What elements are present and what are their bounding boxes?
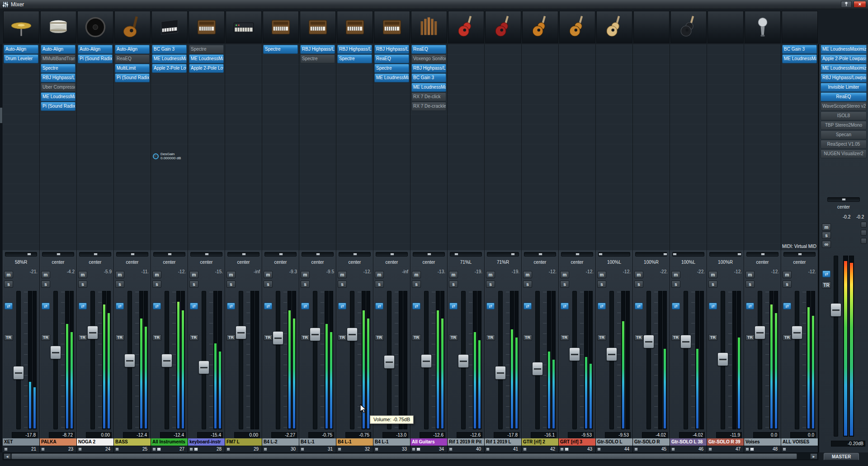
pan-handle[interactable]	[538, 253, 542, 256]
pan-handle[interactable]	[576, 253, 580, 256]
track-icon-tile[interactable]	[670, 11, 707, 43]
meter-option-button[interactable]	[861, 230, 867, 236]
track-name[interactable]: Rif 1 2019 L	[485, 438, 522, 446]
io-button[interactable]: ⇄	[190, 303, 198, 309]
track-number-cell[interactable]: 21	[3, 446, 40, 452]
master-fx-slot[interactable]: ISOL8	[821, 111, 867, 120]
track-number-cell[interactable]: 45	[633, 446, 670, 452]
fx-slot[interactable]: Auto-Align	[115, 45, 150, 54]
scroll-left-arrow[interactable]: ◄	[4, 453, 11, 459]
pan-handle[interactable]	[511, 253, 515, 256]
mute-button[interactable]: m	[708, 271, 717, 278]
fx-slot[interactable]: Spectre	[374, 64, 409, 73]
scroll-right-arrow[interactable]: ►	[810, 453, 817, 459]
pan-slider[interactable]	[524, 252, 556, 257]
pan-slider[interactable]	[672, 252, 704, 257]
volume-readout[interactable]: -15.4	[197, 432, 223, 438]
fx-slot[interactable]: BC Gain 3	[152, 45, 187, 54]
pan-handle[interactable]	[390, 253, 394, 256]
volume-readout[interactable]: -4.02	[642, 432, 668, 438]
meter-option-button[interactable]	[861, 222, 867, 228]
track-number-cell[interactable]: 30	[262, 446, 299, 452]
track-name[interactable]: FM7 L	[225, 438, 262, 446]
track-icon-tile[interactable]	[633, 11, 670, 43]
track-number-cell[interactable]: 23	[40, 446, 77, 452]
trim-button[interactable]: TR	[449, 334, 458, 341]
volume-readout[interactable]: -0.75	[345, 432, 371, 438]
master-fx-slot[interactable]: NUGEN Visualizer2	[821, 149, 867, 158]
track-name[interactable]: keyboard-instr	[188, 438, 225, 446]
track-number-cell[interactable]: 48	[744, 446, 781, 452]
volume-fader[interactable]	[569, 347, 580, 361]
pan-handle[interactable]	[94, 253, 98, 256]
fx-slot[interactable]: RBJ Highpass/Low	[411, 64, 446, 73]
mute-button[interactable]: m	[264, 271, 273, 278]
volume-fader[interactable]	[792, 326, 802, 339]
fx-slot[interactable]: ME LoudnessMaxi	[152, 54, 187, 63]
mute-button[interactable]: m	[338, 271, 347, 278]
pan-handle[interactable]	[842, 198, 846, 201]
fx-slot[interactable]: RBJ Highpass/Low	[374, 45, 409, 54]
track-icon-tile[interactable]	[189, 11, 225, 43]
io-button[interactable]: ⇄	[5, 303, 13, 309]
track-icon-tile[interactable]	[40, 11, 76, 43]
track-icon-tile[interactable]	[300, 11, 336, 43]
track-name[interactable]: Gtr-SOLO R	[633, 438, 670, 446]
trim-button[interactable]: TR	[783, 334, 792, 341]
fx-slot[interactable]: MMultiBandTransie	[41, 54, 75, 63]
pan-slider[interactable]	[413, 252, 445, 257]
pan-slider[interactable]	[598, 252, 630, 257]
volume-readout[interactable]: 0.0	[790, 432, 816, 438]
track-name[interactable]: GTR [rif] 2	[522, 438, 559, 446]
mute-button[interactable]: m	[745, 271, 755, 278]
trim-button[interactable]: TR	[301, 334, 310, 341]
solo-button[interactable]: s	[301, 281, 310, 288]
master-pan-slider[interactable]	[827, 197, 860, 202]
pan-slider[interactable]	[302, 252, 334, 257]
pan-handle[interactable]	[57, 253, 61, 256]
mute-button[interactable]: m	[41, 271, 50, 278]
track-number-cell[interactable]: 32	[336, 446, 373, 452]
vertical-scrollbar[interactable]	[0, 44, 2, 452]
track-number-cell[interactable]: 28	[188, 446, 225, 452]
trim-button[interactable]: TR	[708, 334, 717, 341]
master-fx-slot[interactable]: WaveScopeStereo v2	[821, 102, 867, 111]
volume-fader[interactable]	[124, 354, 135, 367]
solo-button[interactable]: s	[152, 281, 161, 288]
solo-button[interactable]: s	[4, 281, 13, 288]
track-name[interactable]: B4 L-1	[299, 438, 336, 446]
pan-slider[interactable]	[79, 252, 111, 257]
io-button[interactable]: ⇄	[561, 303, 569, 309]
pan-handle[interactable]	[205, 253, 209, 256]
fx-slot[interactable]: Auto-Align	[4, 45, 38, 54]
track-number-cell[interactable]: 47	[707, 446, 744, 452]
track-name[interactable]: All Instruments	[151, 438, 188, 446]
fx-slot[interactable]: BC Gain 3	[782, 45, 817, 54]
mute-button[interactable]: m	[449, 271, 458, 278]
track-name[interactable]: B4 L-1	[373, 438, 410, 446]
io-button[interactable]: ⇄	[79, 303, 87, 309]
io-button[interactable]: ⇄	[598, 303, 606, 309]
pan-handle[interactable]	[168, 253, 172, 256]
fx-slot[interactable]: Spectre	[189, 45, 224, 54]
master-fx-slot[interactable]: ReaEQ	[821, 92, 867, 101]
track-icon-tile[interactable]	[374, 11, 410, 43]
trim-button[interactable]: TR	[152, 334, 161, 341]
pan-slider[interactable]	[709, 252, 741, 257]
trim-button[interactable]: TR	[634, 334, 643, 341]
mute-button[interactable]: m	[523, 271, 532, 278]
trim-button[interactable]: TR	[486, 334, 495, 341]
volume-fader[interactable]	[50, 346, 61, 359]
volume-fader[interactable]	[273, 331, 283, 345]
mute-button[interactable]: m	[152, 271, 161, 278]
io-button[interactable]: ⇄	[709, 303, 717, 309]
trim-button[interactable]: TR	[189, 334, 198, 341]
master-fx-slot[interactable]: ReaSpect V1.05	[821, 140, 867, 149]
horizontal-scrollbar-thumb[interactable]	[11, 453, 797, 459]
fx-slot[interactable]: RBJ Highpass/Low	[300, 45, 335, 54]
fx-slot[interactable]: ME LoudnessMaxi	[782, 54, 817, 63]
track-number-cell[interactable]: 25	[114, 446, 151, 452]
track-number-cell[interactable]: 33	[373, 446, 410, 452]
fx-slot[interactable]: Pi (Sound Radix)	[78, 54, 113, 63]
pan-slider[interactable]	[227, 252, 259, 257]
